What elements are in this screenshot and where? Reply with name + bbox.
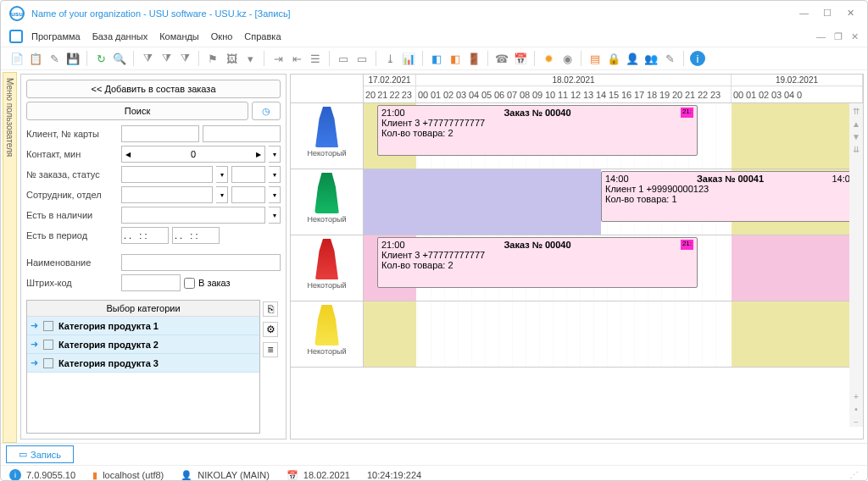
add-to-order-button[interactable]: << Добавить в состав заказа [26,80,281,98]
menu-commands[interactable]: Команды [159,31,199,41]
tb-copy-icon[interactable]: 📋 [28,51,43,66]
tb-exit-icon[interactable]: 🚪 [466,51,481,66]
tb-calendar-icon[interactable]: 📅 [513,51,528,66]
tb-list-icon[interactable]: ☰ [308,51,323,66]
tb-image-icon[interactable]: 🖼 [224,51,239,66]
tb-users-icon[interactable]: 👥 [643,51,659,66]
tb-filter2-icon[interactable]: ⧩ [159,51,174,66]
zoom-dot-icon[interactable]: • [854,405,858,414]
tb-search-icon[interactable]: 🔍 [112,51,127,66]
tb-filter3-icon[interactable]: ⧩ [177,51,192,66]
track-1[interactable]: 21:0021: Заказ № 00040 Клиент 3 +7777777… [364,103,863,169]
tb-win-orange-icon[interactable]: ◧ [448,51,463,66]
checkbox-icon[interactable] [43,321,53,331]
zoom-in-icon[interactable]: + [854,392,859,401]
employee-drop[interactable]: ▾ [216,186,228,203]
tb-gear-icon[interactable]: ✹ [541,51,556,66]
order-drop[interactable]: ▾ [216,166,228,183]
tb-refresh-icon[interactable]: ↻ [93,51,108,66]
menu-window[interactable]: Окно [211,31,233,41]
mdi-restore-icon[interactable]: ❐ [834,31,843,42]
order-card-1[interactable]: 21:0021: Заказ № 00040 Клиент 3 +7777777… [377,105,698,156]
tb-brush-icon[interactable]: ✎ [662,51,677,66]
to-order-checkbox[interactable] [184,278,195,289]
app-small-logo-icon [9,30,23,43]
vertical-scrollbar[interactable]: ⇈ ▲ ▼ ⇊ + • − [849,103,863,427]
scroll-top-icon[interactable]: ⇈ [853,107,860,116]
track-2[interactable]: 14:0014:00 Заказ № 00041 Клиент 1 +99990… [364,169,863,235]
tb-new-icon[interactable]: 📄 [9,51,25,66]
spinner-right-icon[interactable]: ▶ [253,151,264,158]
tb-flag-icon[interactable]: ⚑ [205,51,220,66]
category-row-3[interactable]: ➜ Категория продукта 3 [27,354,259,373]
tb-filter-icon[interactable]: ⧩ [140,51,155,66]
card-input[interactable] [203,125,281,142]
user-menu-tab[interactable]: Меню пользователя [3,72,17,443]
tb-user-icon[interactable]: 👤 [625,51,640,66]
period-to-input[interactable] [172,227,220,244]
search-button[interactable]: Поиск [26,102,248,120]
close-icon[interactable]: ✕ [847,8,859,19]
scroll-bottom-icon[interactable]: ⇊ [853,145,860,154]
checkbox-icon[interactable] [43,358,53,368]
instock-drop[interactable]: ▾ [269,207,281,224]
window-title: Name of your organization - USU software… [31,8,291,19]
copy-cat-icon[interactable]: ⎘ [263,301,278,317]
dept-drop[interactable]: ▾ [269,186,281,203]
tb-export-icon[interactable]: ⤓ [382,51,398,66]
settings-cat-icon[interactable]: ⚙ [263,322,278,337]
category-row-1[interactable]: ➜ Категория продукта 1 [27,317,259,335]
menu-help[interactable]: Справка [244,31,281,41]
tb-color-icon[interactable]: ◉ [559,51,575,66]
minimize-icon[interactable]: — [799,8,811,19]
card-start: 21:00 [381,240,405,250]
period-from-input[interactable] [121,227,169,244]
barcode-input[interactable] [121,274,181,291]
chevron-right-icon: ➜ [31,320,38,331]
status-input[interactable] [231,166,265,183]
list-cat-icon[interactable]: ≡ [263,342,278,357]
tb-card-icon[interactable]: ▭ [336,51,351,66]
clock-button[interactable]: ◷ [252,102,281,120]
dept-input[interactable] [231,186,265,203]
instock-input[interactable] [121,207,265,224]
mdi-minimize-icon[interactable]: — [816,31,826,42]
card-qty: Кол-во товара: 1 [605,194,855,204]
mdi-close-icon[interactable]: ✕ [851,31,859,42]
scroll-down-icon[interactable]: ▼ [852,132,860,141]
tb-phone-icon[interactable]: ☎ [494,51,509,66]
tb-card2-icon[interactable]: ▭ [354,51,370,66]
status-drop[interactable]: ▾ [269,166,281,183]
client-input[interactable] [121,125,199,142]
order-card-2[interactable]: 14:0014:00 Заказ № 00041 Клиент 1 +99990… [601,171,860,222]
menu-database[interactable]: База данных [92,31,148,41]
zoom-out-icon[interactable]: − [854,417,859,427]
tb-edit-icon[interactable]: ✎ [47,51,62,66]
resize-grip-icon[interactable]: ⋰ [849,470,859,481]
tb-outdent-icon[interactable]: ⇤ [289,51,304,66]
maximize-icon[interactable]: ☐ [823,8,835,19]
contact-spinner[interactable]: ◀ 0 ▶ [121,146,265,163]
checkbox-icon[interactable] [43,340,53,350]
tb-chart-icon[interactable]: 📊 [401,51,416,66]
order-card-3[interactable]: 21:0021: Заказ № 00040 Клиент 3 +7777777… [377,237,698,288]
track-3[interactable]: 21:0021: Заказ № 00040 Клиент 3 +7777777… [364,235,863,301]
contact-dropdown[interactable]: ▾ [269,146,281,163]
track-4[interactable] [364,301,863,367]
order-input[interactable] [121,166,213,183]
employee-input[interactable] [121,186,213,203]
scroll-up-icon[interactable]: ▲ [852,119,860,129]
tb-dropdown-icon[interactable]: ▾ [242,51,258,66]
tb-save-icon[interactable]: 💾 [65,51,81,66]
tab-record[interactable]: ▭ Запись [6,445,74,463]
tb-lock-icon[interactable]: 🔒 [606,51,621,66]
tb-indent-icon[interactable]: ⇥ [270,51,286,66]
tb-rss-icon[interactable]: ▤ [587,51,603,66]
spinner-left-icon[interactable]: ◀ [122,151,134,158]
tb-info-icon[interactable]: i [690,51,705,66]
menu-program[interactable]: Программа [31,31,81,41]
tb-win-blue-icon[interactable]: ◧ [429,51,444,66]
lane-name: Некоторый [294,281,360,290]
category-row-2[interactable]: ➜ Категория продукта 2 [27,335,259,354]
name-input[interactable] [121,254,281,271]
